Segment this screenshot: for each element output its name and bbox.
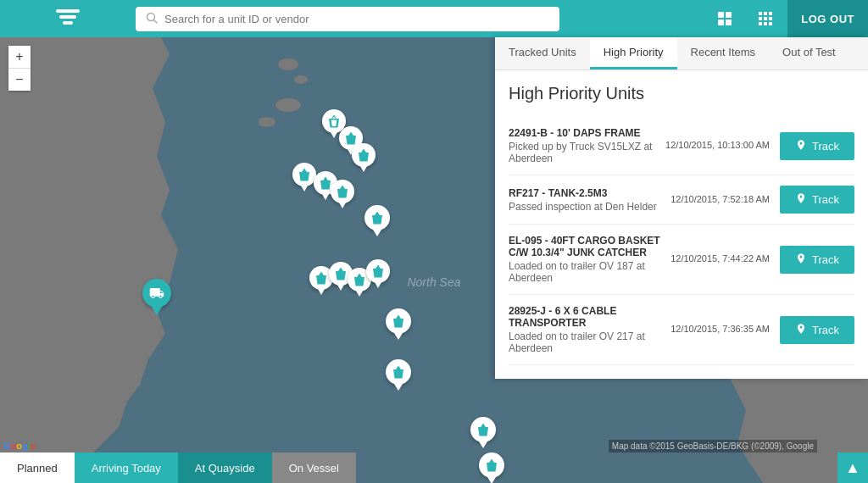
zoom-out-button[interactable]: − [8,69,31,91]
unit-desc: Loaded on to trailer OV 187 at Aberdeen [509,260,660,284]
map-pin-rig-12[interactable] [386,308,411,340]
layout-icon-button[interactable] [706,3,743,34]
tab-tracked-units[interactable]: Tracked Units [495,37,590,69]
grid-icon-button[interactable] [747,3,784,34]
unit-name: 28925-J - 6 X 6 CABLE TRANSPORTER [509,305,660,329]
svg-rect-7 [718,19,724,25]
map-pin-rig-7[interactable] [364,205,390,236]
svg-rect-5 [718,12,724,18]
scroll-up-button[interactable]: ▲ [837,452,868,483]
track-button-2[interactable]: Track [780,246,854,274]
map-pin-rig-11[interactable] [366,259,390,288]
svg-rect-8 [726,19,732,25]
logout-button[interactable]: LOG OUT [787,0,868,37]
track-button-1[interactable]: Track [780,186,854,214]
tab-out-of-test[interactable]: Out of Test [769,37,849,69]
unit-name: EL-095 - 40ft Cargo Basket c/w 10.3/4" J… [509,235,660,258]
svg-rect-1 [59,15,76,19]
svg-point-21 [278,58,298,70]
unit-desc: Picked up by Truck SV15LXZ at Aberdeen [509,141,655,164]
map-pin-rig-4[interactable] [292,163,316,192]
unit-row: 28925-J - 6 X 6 CABLE TRANSPORTER Loaded… [509,295,854,365]
svg-rect-0 [56,9,80,13]
header: LOG OUT [0,0,868,37]
unit-row: RF217 - Tank-2.5m3 Passed inspection at … [509,175,854,225]
zoom-in-button[interactable]: + [8,46,31,68]
unit-info: 22491-B - 10' DAPS FRAME Picked up by Tr… [509,127,655,164]
panel-content: High Priority Units 22491-B - 10' DAPS F… [495,70,868,379]
logo-area [0,1,136,36]
tab-on-vessel[interactable]: On Vessel [272,452,356,483]
track-button-0[interactable]: Track [780,132,854,160]
svg-rect-13 [764,17,767,20]
svg-rect-12 [759,17,762,20]
unit-date: 12/10/2015, 10:13:00 AM [665,139,770,152]
panel-tabs: Tracked Units High Priority Recent Items… [495,37,868,70]
panel-title: High Priority Units [509,84,854,103]
tab-at-quayside[interactable]: At Quayside [178,452,272,483]
svg-rect-17 [769,22,772,25]
track-icon [795,323,807,337]
map-pin-rig-3[interactable] [352,143,376,172]
app-logo-icon [53,1,83,36]
tab-planned[interactable]: Planned [0,452,75,483]
unit-name: RF217 - Tank-2.5m3 [509,187,660,199]
svg-rect-6 [726,12,732,18]
header-right: LOG OUT [706,0,868,37]
unit-desc: Passed inspection at Den Helder [509,201,660,213]
google-logo: Google [3,441,36,451]
unit-date: 12/10/2015, 7:52:18 AM [670,193,770,206]
search-bar[interactable] [136,7,559,31]
track-icon [795,139,807,153]
svg-rect-10 [764,12,767,15]
track-button-3[interactable]: Track [780,316,854,344]
svg-line-4 [154,19,158,23]
zoom-controls: + − [8,46,31,91]
tab-arriving-today[interactable]: Arriving Today [75,452,178,483]
svg-point-19 [275,98,301,112]
unit-date: 12/10/2015, 7:36:35 AM [670,323,770,336]
svg-rect-16 [764,22,767,25]
map-pin-rig-13[interactable] [386,359,411,391]
unit-row: 22491-B - 10' DAPS FRAME Picked up by Tr… [509,117,854,175]
svg-rect-9 [759,12,762,15]
svg-rect-15 [759,22,762,25]
unit-info: RF217 - Tank-2.5m3 Passed inspection at … [509,187,660,213]
bottom-bar: Planned Arriving Today At Quayside On Ve… [0,452,868,483]
search-input[interactable] [164,13,549,25]
unit-info: 28925-J - 6 X 6 CABLE TRANSPORTER Loaded… [509,305,660,354]
search-icon [146,12,158,26]
svg-rect-11 [769,12,772,15]
unit-desc: Loaded on to trailer OV 217 at Aberdeen [509,330,660,354]
track-icon [795,253,807,267]
unit-info: EL-095 - 40ft Cargo Basket c/w 10.3/4" J… [509,235,660,284]
svg-rect-14 [769,17,772,20]
map-pin-truck[interactable] [142,279,171,315]
track-icon [795,192,807,207]
unit-name: 22491-B - 10' DAPS FRAME [509,127,655,139]
unit-date: 12/10/2015, 7:44:22 AM [670,253,770,265]
unit-row: EL-095 - 40ft Cargo Basket c/w 10.3/4" J… [509,225,854,295]
svg-rect-2 [63,21,73,25]
map-attribution: Map data ©2015 GeoBasis-DE/BKG (©2009), … [0,439,868,452]
svg-point-20 [259,117,275,127]
svg-point-22 [294,75,308,84]
tab-recent-items[interactable]: Recent Items [677,37,770,69]
map-pin-rig-6[interactable] [331,180,354,208]
tab-high-priority[interactable]: High Priority [590,37,677,69]
panel: Tracked Units High Priority Recent Items… [495,37,868,379]
